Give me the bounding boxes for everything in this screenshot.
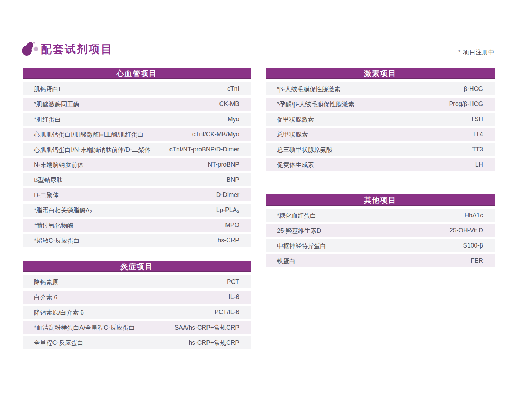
table-body: 肌钙蛋白IcTnI*肌酸激酶同工酶CK-MB*肌红蛋白Myo心肌肌钙蛋白I/肌酸…	[23, 79, 251, 247]
table-body: 降钙素原PCT白介素 6IL-6降钙素原/白介素 6PCT/IL-6*血清淀粉样…	[23, 272, 251, 349]
table-row: 铁蛋白FER	[266, 254, 495, 267]
item-name: *髓过氧化物酶	[34, 221, 73, 230]
registration-note: * 项目注册中	[458, 48, 495, 56]
table-row: 肌钙蛋白IcTnI	[23, 82, 251, 95]
item-name: 25-羟基维生素D	[277, 226, 321, 235]
item-name: 铁蛋白	[277, 257, 296, 265]
item-abbreviation: PCT	[227, 278, 239, 286]
item-abbreviation: Lp-PLA₂	[216, 206, 239, 214]
item-name: 促黄体生成素	[277, 161, 314, 169]
table-row: 中枢神经特异蛋白S100-β	[266, 239, 495, 252]
item-name: 全量程C-反应蛋白	[34, 338, 83, 347]
table-cardiovascular: 心血管项目 肌钙蛋白IcTnI*肌酸激酶同工酶CK-MB*肌红蛋白Myo心肌肌钙…	[23, 68, 251, 247]
table-row: 25-羟基维生素D25-OH-Vit D	[266, 224, 495, 237]
table-row: *β-人绒毛膜促性腺激素β-HCG	[266, 82, 495, 95]
table-row: 总甲状腺素TT4	[266, 128, 495, 141]
table-title: 激素项目	[266, 68, 495, 79]
item-name: B型钠尿肽	[34, 176, 63, 184]
item-abbreviation: HbA1c	[464, 212, 483, 219]
table-row: D-二聚体D-Dimer	[23, 188, 251, 201]
item-abbreviation: LH	[475, 161, 483, 168]
item-abbreviation: hs-CRP	[218, 237, 239, 244]
table-row: 心肌肌钙蛋白I/N-末端脑钠肽前体/D-二聚体cTnI/NT-proBNP/D-…	[23, 143, 251, 156]
item-abbreviation: Prog/β-HCG	[449, 100, 483, 108]
item-abbreviation: cTnI/NT-proBNP/D-Dimer	[169, 146, 239, 153]
item-abbreviation: TT3	[472, 146, 483, 153]
table-row: B型钠尿肽BNP	[23, 173, 251, 186]
table-row: 心肌肌钙蛋白I/肌酸激酶同工酶/肌红蛋白cTnI/CK-MB/Myo	[23, 128, 251, 141]
table-row: *孕酮/β-人绒毛膜促性腺激素Prog/β-HCG	[266, 98, 495, 111]
brand-droplet-icon	[20, 38, 39, 56]
table-row: 促黄体生成素LH	[266, 158, 495, 171]
item-name: 肌钙蛋白I	[34, 85, 60, 93]
table-row: *髓过氧化物酶MPO	[23, 219, 251, 232]
item-name: *糖化血红蛋白	[277, 211, 316, 220]
table-inflammation: 炎症项目 降钙素原PCT白介素 6IL-6降钙素原/白介素 6PCT/IL-6*…	[23, 261, 251, 349]
item-name: 总甲状腺素	[277, 130, 308, 139]
item-name: 促甲状腺激素	[277, 115, 314, 124]
table-row: N-末端脑钠肽前体NT-proBNP	[23, 158, 251, 171]
item-name: 降钙素原	[34, 278, 58, 286]
item-name: *脂蛋白相关磷脂酶A₂	[34, 206, 92, 215]
item-name: D-二聚体	[34, 191, 59, 199]
item-name: N-末端脑钠肽前体	[34, 161, 83, 169]
table-title: 其他项目	[266, 194, 495, 206]
table-row: *血清淀粉样蛋白A/全量程C-反应蛋白SAA/hs-CRP+常规CRP	[23, 321, 251, 334]
item-name: 心肌肌钙蛋白I/肌酸激酶同工酶/肌红蛋白	[34, 130, 144, 139]
item-abbreviation: 25-OH-Vit D	[450, 227, 483, 234]
item-name: *血清淀粉样蛋白A/全量程C-反应蛋白	[34, 323, 135, 332]
item-name: 心肌肌钙蛋白I/N-末端脑钠肽前体/D-二聚体	[34, 145, 151, 154]
table-other: 其他项目 *糖化血红蛋白HbA1c25-羟基维生素D25-OH-Vit D中枢神…	[266, 194, 495, 267]
table-row: 降钙素原/白介素 6PCT/IL-6	[23, 306, 251, 319]
table-row: *肌红蛋白Myo	[23, 113, 251, 126]
item-name: 白介素 6	[34, 293, 57, 302]
table-hormone: 激素项目 *β-人绒毛膜促性腺激素β-HCG*孕酮/β-人绒毛膜促性腺激素Pro…	[266, 68, 495, 171]
table-title: 心血管项目	[23, 68, 251, 79]
item-abbreviation: TSH	[471, 116, 483, 123]
table-body: *糖化血红蛋白HbA1c25-羟基维生素D25-OH-Vit D中枢神经特异蛋白…	[266, 206, 495, 267]
item-abbreviation: cTnI	[227, 85, 239, 93]
item-abbreviation: D-Dimer	[216, 191, 239, 199]
table-row: 全量程C-反应蛋白hs-CRP+常规CRP	[23, 336, 251, 349]
item-abbreviation: FER	[471, 257, 483, 265]
item-abbreviation: MPO	[225, 222, 239, 229]
item-name: *孕酮/β-人绒毛膜促性腺激素	[277, 100, 354, 108]
table-row: *肌酸激酶同工酶CK-MB	[23, 98, 251, 111]
item-abbreviation: IL-6	[229, 293, 239, 301]
item-abbreviation: PCT/IL-6	[215, 309, 239, 316]
table-title: 炎症项目	[23, 261, 251, 272]
item-abbreviation: S100-β	[463, 242, 483, 249]
table-row: 白介素 6IL-6	[23, 291, 251, 304]
table-row: 降钙素原PCT	[23, 275, 251, 288]
table-row: 总三碘甲状腺原氨酸TT3	[266, 143, 495, 156]
item-name: 降钙素原/白介素 6	[34, 308, 84, 317]
item-abbreviation: cTnI/CK-MB/Myo	[192, 131, 239, 138]
item-abbreviation: SAA/hs-CRP+常规CRP	[175, 323, 239, 332]
table-body: *β-人绒毛膜促性腺激素β-HCG*孕酮/β-人绒毛膜促性腺激素Prog/β-H…	[266, 79, 495, 171]
item-abbreviation: TT4	[472, 131, 483, 138]
table-row: *超敏C-反应蛋白hs-CRP	[23, 234, 251, 247]
page-title: 配套试剂项目	[41, 43, 113, 56]
item-name: *β-人绒毛膜促性腺激素	[277, 85, 340, 93]
table-row: *糖化血红蛋白HbA1c	[266, 209, 495, 222]
catalog-page: 配套试剂项目 * 项目注册中 心血管项目 肌钙蛋白IcTnI*肌酸激酶同工酶CK…	[0, 0, 532, 404]
item-name: *肌酸激酶同工酶	[34, 100, 79, 108]
item-name: 总三碘甲状腺原氨酸	[277, 145, 333, 154]
table-row: 促甲状腺激素TSH	[266, 113, 495, 126]
item-abbreviation: CK-MB	[219, 100, 239, 108]
item-name: *肌红蛋白	[34, 115, 61, 124]
item-name: 中枢神经特异蛋白	[277, 242, 326, 250]
table-row: *脂蛋白相关磷脂酶A₂Lp-PLA₂	[23, 204, 251, 217]
item-abbreviation: NT-proBNP	[208, 161, 239, 168]
item-abbreviation: β-HCG	[464, 85, 483, 93]
item-name: *超敏C-反应蛋白	[34, 236, 80, 245]
item-abbreviation: BNP	[227, 176, 239, 184]
item-abbreviation: hs-CRP+常规CRP	[189, 338, 239, 347]
item-abbreviation: Myo	[228, 116, 239, 123]
